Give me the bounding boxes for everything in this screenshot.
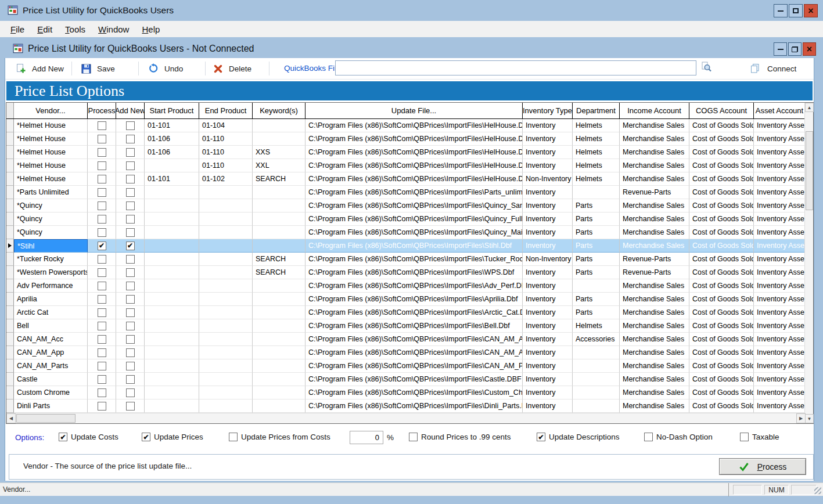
- cell-keyword[interactable]: [253, 306, 306, 319]
- cell-asset[interactable]: Inventory Asset: [754, 199, 806, 213]
- cell-keyword[interactable]: XXS: [253, 146, 306, 159]
- menu-item-tools[interactable]: Tools: [59, 22, 92, 37]
- cell-file[interactable]: C:\Program Files (x86)\SoftCom\QBPrices\…: [306, 226, 523, 239]
- row-selector[interactable]: [6, 399, 14, 413]
- cell-keyword[interactable]: [253, 359, 306, 373]
- cell-start[interactable]: [145, 346, 199, 359]
- row-selector[interactable]: [6, 333, 14, 346]
- add-new-checkbox[interactable]: [126, 201, 135, 210]
- cell-vendor[interactable]: *Helmet House: [14, 132, 88, 146]
- cell-department[interactable]: Parts: [573, 266, 620, 279]
- cell-file[interactable]: C:\Program Files (x86)\SoftCom\QBPrices\…: [306, 146, 523, 159]
- cell-inventory-type[interactable]: Inventory: [523, 346, 573, 359]
- add-new-checkbox[interactable]: [126, 322, 135, 330]
- grid-row[interactable]: *Helmet House01-10101-104C:\Program File…: [6, 119, 806, 132]
- grid-row[interactable]: *Western PowersportsSEARCHC:\Program Fil…: [6, 266, 806, 279]
- grid-row[interactable]: ApriliaC:\Program Files (x86)\SoftCom\QB…: [6, 293, 806, 306]
- scroll-down-button[interactable]: ▼: [805, 414, 814, 423]
- cell-asset[interactable]: Inventory Asset: [754, 146, 806, 159]
- cell-start[interactable]: [145, 213, 199, 226]
- cell-vendor[interactable]: Castle: [14, 373, 88, 386]
- row-selector[interactable]: [6, 226, 14, 239]
- cell-income[interactable]: Revenue-Parts: [620, 253, 689, 266]
- add-new-checkbox[interactable]: [126, 282, 135, 290]
- cell-end[interactable]: [199, 386, 253, 399]
- cell-inventory-type[interactable]: Inventory: [523, 132, 573, 146]
- connect-button[interactable]: Connect: [750, 61, 796, 76]
- undo-button[interactable]: Undo: [145, 61, 186, 76]
- cell-inventory-type[interactable]: Inventory: [523, 279, 573, 293]
- cell-inventory-type[interactable]: Inventory: [523, 119, 573, 132]
- grid-row[interactable]: BellC:\Program Files (x86)\SoftCom\QBPri…: [6, 319, 806, 333]
- cell-keyword[interactable]: [253, 386, 306, 399]
- cell-inventory-type[interactable]: Inventory: [523, 399, 573, 413]
- cell-keyword[interactable]: [253, 373, 306, 386]
- grid-row[interactable]: *Helmet House01-110XXLC:\Program Files (…: [6, 159, 806, 172]
- percent-input[interactable]: [350, 431, 383, 444]
- cell-process[interactable]: [88, 159, 116, 172]
- cell-income[interactable]: Merchandise Sales: [620, 146, 689, 159]
- process-checkbox[interactable]: [98, 215, 106, 224]
- cell-inventory-type[interactable]: Inventory: [523, 306, 573, 319]
- row-selector[interactable]: [6, 199, 14, 213]
- cell-vendor[interactable]: *Helmet House: [14, 146, 88, 159]
- add-new-checkbox[interactable]: [126, 268, 135, 277]
- cell-keyword[interactable]: [253, 293, 306, 306]
- cell-process[interactable]: [88, 172, 116, 186]
- quickbooks-file-input[interactable]: [335, 60, 696, 75]
- cell-vendor[interactable]: *Quincy: [14, 199, 88, 213]
- cell-income[interactable]: Merchandise Sales: [620, 346, 689, 359]
- cell-add-new[interactable]: [116, 293, 145, 306]
- menu-item-window[interactable]: Window: [92, 22, 135, 37]
- cell-asset[interactable]: Inventory Asset: [754, 253, 806, 266]
- add-new-checkbox[interactable]: [126, 255, 135, 264]
- cell-department[interactable]: Parts: [573, 253, 620, 266]
- process-checkbox[interactable]: [98, 375, 106, 384]
- row-selector[interactable]: [6, 293, 14, 306]
- cell-end[interactable]: [199, 199, 253, 213]
- cell-income[interactable]: Merchandise Sales: [620, 213, 689, 226]
- cell-vendor[interactable]: CAN_AM_Parts: [14, 359, 88, 373]
- cell-end[interactable]: 01-110: [199, 159, 253, 172]
- child-close-button[interactable]: ×: [803, 42, 816, 56]
- add-new-checkbox[interactable]: [126, 188, 135, 197]
- cell-end[interactable]: [199, 213, 253, 226]
- cell-vendor[interactable]: Dinli Parts: [14, 399, 88, 413]
- cell-end[interactable]: [199, 399, 253, 413]
- cell-income[interactable]: Merchandise Sales: [620, 279, 689, 293]
- cell-cogs[interactable]: Cost of Goods Sold: [689, 213, 754, 226]
- column-header-keyword[interactable]: Keyword(s): [253, 103, 306, 118]
- cell-process[interactable]: [88, 199, 116, 213]
- cell-income[interactable]: Merchandise Sales: [620, 159, 689, 172]
- cell-asset[interactable]: Inventory Asset: [754, 279, 806, 293]
- cell-process[interactable]: [88, 146, 116, 159]
- cell-file[interactable]: C:\Program Files (x86)\SoftCom\QBPrices\…: [306, 253, 523, 266]
- cell-keyword[interactable]: SEARCH: [253, 253, 306, 266]
- cell-process[interactable]: [88, 359, 116, 373]
- browse-file-button[interactable]: [701, 62, 712, 75]
- maximize-button[interactable]: [789, 4, 803, 17]
- cell-end[interactable]: 01-104: [199, 119, 253, 132]
- cell-department[interactable]: Helmets: [573, 172, 620, 186]
- cell-file[interactable]: C:\Program Files (x86)\SoftCom\QBPrices\…: [306, 346, 523, 359]
- cell-file[interactable]: C:\Program Files (x86)\SoftCom\QBPrices\…: [306, 279, 523, 293]
- process-checkbox[interactable]: [98, 348, 106, 357]
- cell-cogs[interactable]: Cost of Goods Sold: [689, 399, 754, 413]
- child-restore-button[interactable]: [788, 42, 802, 56]
- cell-end[interactable]: [199, 293, 253, 306]
- option-no-dash-option[interactable]: No-Dash Option: [644, 433, 713, 441]
- grid-row[interactable]: CastleC:\Program Files (x86)\SoftCom\QBP…: [6, 373, 806, 386]
- cell-cogs[interactable]: Cost of Goods Sold: [689, 226, 754, 239]
- cell-department[interactable]: Helmets: [573, 119, 620, 132]
- cell-keyword[interactable]: [253, 226, 306, 239]
- cell-add-new[interactable]: [116, 119, 145, 132]
- process-checkbox[interactable]: [98, 388, 106, 397]
- cell-add-new[interactable]: [116, 399, 145, 413]
- cell-asset[interactable]: Inventory Asset: [754, 226, 806, 239]
- cell-file[interactable]: C:\Program Files (x86)\SoftCom\QBPrices\…: [306, 293, 523, 306]
- cell-vendor[interactable]: CAN_AM_Acc: [14, 333, 88, 346]
- row-selector[interactable]: [6, 213, 14, 226]
- cell-file[interactable]: C:\Program Files (x86)\SoftCom\QBPrices\…: [306, 186, 523, 199]
- row-selector[interactable]: [6, 266, 14, 279]
- add-new-checkbox[interactable]: [126, 135, 135, 143]
